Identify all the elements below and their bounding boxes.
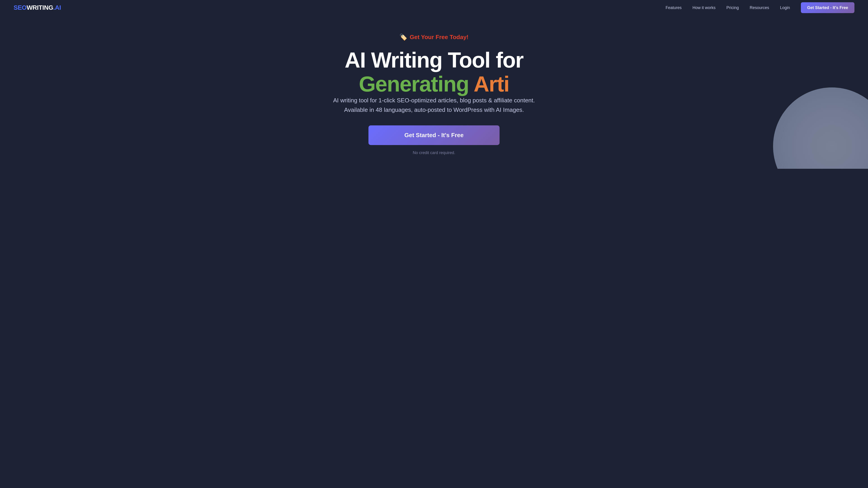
nav-item-features[interactable]: Features [665, 5, 682, 10]
logo-writing: WRITING [27, 4, 53, 11]
hero-description: AI writing tool for 1-click SEO-optimize… [332, 96, 536, 115]
nav-item-resources[interactable]: Resources [750, 5, 769, 10]
hero-badge: 🏷️ Get Your Free Today! [399, 33, 468, 41]
nav-cta-button[interactable]: Get Started - It's Free [801, 2, 855, 13]
nav-item-how-it-works[interactable]: How it works [692, 5, 716, 10]
nav-link-login[interactable]: Login [780, 5, 790, 10]
navbar: SEOWRITING.AI Features How it works Pric… [0, 0, 868, 15]
nav-link-features[interactable]: Features [665, 5, 682, 10]
nav-link-pricing[interactable]: Pricing [726, 5, 739, 10]
badge-icon: 🏷️ [399, 33, 407, 41]
badge-text: Get Your Free Today! [410, 34, 468, 41]
decorative-circle [773, 88, 868, 169]
logo-ai: .AI [53, 4, 61, 11]
hero-title: AI Writing Tool for Generating Arti [345, 48, 523, 96]
nav-link-how-it-works[interactable]: How it works [692, 5, 716, 10]
hero-title-arti: Arti [469, 72, 509, 96]
no-credit-text: No credit card required. [413, 151, 455, 155]
hero-section: 🏷️ Get Your Free Today! AI Writing Tool … [0, 15, 868, 169]
nav-links: Features How it works Pricing Resources … [665, 5, 855, 10]
logo[interactable]: SEOWRITING.AI [13, 4, 61, 11]
hero-cta-button[interactable]: Get Started - It's Free [368, 125, 500, 145]
nav-item-pricing[interactable]: Pricing [726, 5, 739, 10]
nav-item-login[interactable]: Login [780, 5, 790, 10]
hero-title-line2: Generating Arti [359, 72, 509, 96]
hero-title-generating: Generating [359, 72, 469, 96]
nav-link-resources[interactable]: Resources [750, 5, 769, 10]
hero-title-line1: AI Writing Tool for [345, 48, 523, 72]
logo-seo: SEO [13, 4, 27, 11]
nav-item-cta[interactable]: Get Started - It's Free [801, 5, 855, 10]
